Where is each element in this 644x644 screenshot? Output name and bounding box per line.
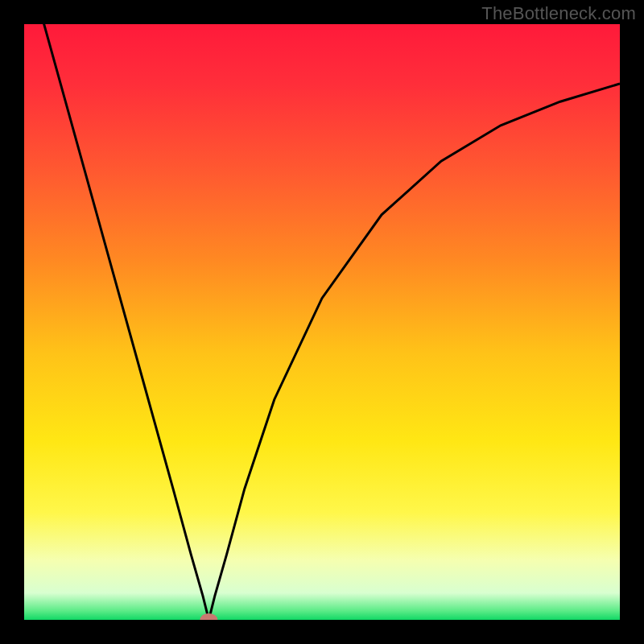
watermark-text: TheBottleneck.com [481,3,636,24]
chart-frame [24,24,620,620]
bottleneck-chart [24,24,620,620]
